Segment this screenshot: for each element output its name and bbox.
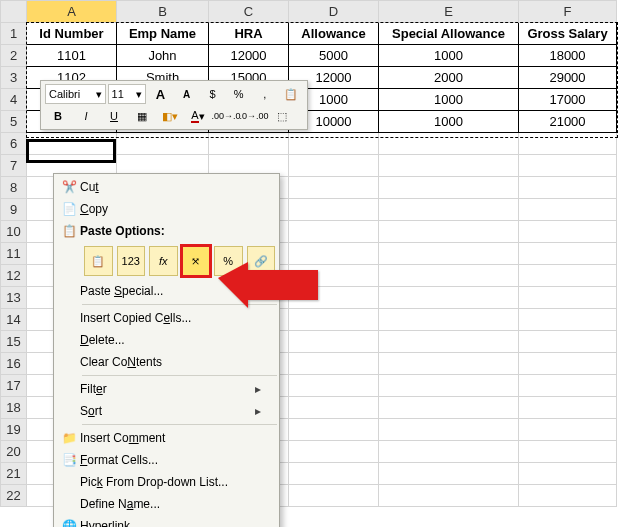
comment-icon: 📁	[58, 431, 80, 445]
row-header-11[interactable]: 11	[1, 243, 27, 265]
grow-font-button[interactable]: A	[148, 85, 172, 103]
cell-B1[interactable]: Emp Name	[117, 23, 209, 45]
row-header-17[interactable]: 17	[1, 375, 27, 397]
cell-D2[interactable]: 5000	[289, 45, 379, 67]
context-menu: ✂️ Cut 📄 Copy 📋 Paste Options: 📋 123 fx …	[53, 173, 280, 527]
row-header-4[interactable]: 4	[1, 89, 27, 111]
col-header-C[interactable]: C	[209, 1, 289, 23]
insert-copied-label: Insert Copied Cells...	[80, 311, 261, 325]
cell-E4[interactable]: 1000	[379, 89, 519, 111]
row-header-5[interactable]: 5	[1, 111, 27, 133]
size-select[interactable]: 11 ▾	[108, 84, 147, 104]
paste-link-button[interactable]: 🔗	[247, 246, 276, 276]
row-header-10[interactable]: 10	[1, 221, 27, 243]
percent-button[interactable]: %	[227, 85, 251, 103]
row-header-14[interactable]: 14	[1, 309, 27, 331]
define-label: Define Name...	[80, 497, 261, 511]
cell-C1[interactable]: HRA	[209, 23, 289, 45]
col-header-D[interactable]: D	[289, 1, 379, 23]
cell-A1[interactable]: Id Number	[27, 23, 117, 45]
cell-F5[interactable]: 21000	[519, 111, 617, 133]
menu-clear[interactable]: Clear CoNtents	[54, 351, 279, 373]
menu-delete[interactable]: Delete...	[54, 329, 279, 351]
row-header-18[interactable]: 18	[1, 397, 27, 419]
globe-icon: 🌐	[58, 519, 80, 527]
cell-C2[interactable]: 12000	[209, 45, 289, 67]
row-header-2[interactable]: 2	[1, 45, 27, 67]
fill-color-button[interactable]: ◧▾	[157, 107, 183, 125]
clipboard-icon: 📋	[58, 224, 80, 238]
filter-label: Filter	[80, 382, 255, 396]
cell-E1[interactable]: Special Allowance	[379, 23, 519, 45]
comment-label: Insert Comment	[80, 431, 261, 445]
paste-formatting-button[interactable]: %	[214, 246, 243, 276]
menu-sort[interactable]: Sort ▸	[54, 400, 279, 422]
paste-values-button[interactable]: 123	[117, 246, 146, 276]
underline-button[interactable]: U	[101, 107, 127, 125]
cell-F1[interactable]: Gross Salary	[519, 23, 617, 45]
border-button[interactable]: ▦	[129, 107, 155, 125]
row-header-21[interactable]: 21	[1, 463, 27, 485]
menu-paste-special[interactable]: Paste Special...	[54, 280, 279, 302]
menu-insert-comment[interactable]: 📁 Insert Comment	[54, 427, 279, 449]
paste-transpose-button[interactable]: ⤧	[182, 246, 211, 276]
cell-E3[interactable]: 2000	[379, 67, 519, 89]
col-header-E[interactable]: E	[379, 1, 519, 23]
cell-F3[interactable]: 29000	[519, 67, 617, 89]
decrease-decimal-button[interactable]: .0→.00	[241, 107, 267, 125]
cell-F2[interactable]: 18000	[519, 45, 617, 67]
row-header-1[interactable]: 1	[1, 23, 27, 45]
currency-button[interactable]: $	[201, 85, 225, 103]
copy-icon: 📄	[58, 202, 80, 216]
col-header-F[interactable]: F	[519, 1, 617, 23]
row-header-20[interactable]: 20	[1, 441, 27, 463]
row-header-8[interactable]: 8	[1, 177, 27, 199]
row-header-7[interactable]: 7	[1, 155, 27, 177]
format-painter-icon[interactable]: 📋	[279, 85, 303, 103]
menu-define-name[interactable]: Define Name...	[54, 493, 279, 515]
increase-decimal-button[interactable]: .00→.0	[213, 107, 239, 125]
submenu-arrow-icon: ▸	[255, 382, 261, 396]
bold-button[interactable]: B	[45, 107, 71, 125]
comma-button[interactable]: ,	[253, 85, 277, 103]
delete-label: Delete...	[80, 333, 261, 347]
menu-cut[interactable]: ✂️ Cut	[54, 176, 279, 198]
paste-formulas-button[interactable]: fx	[149, 246, 178, 276]
cell-E5[interactable]: 1000	[379, 111, 519, 133]
menu-filter[interactable]: Filter ▸	[54, 378, 279, 400]
row-header-12[interactable]: 12	[1, 265, 27, 287]
shrink-font-button[interactable]: A	[174, 85, 198, 103]
row-header-19[interactable]: 19	[1, 419, 27, 441]
menu-insert-copied[interactable]: Insert Copied Cells...	[54, 307, 279, 329]
menu-cut-label: Cut	[80, 180, 261, 194]
menu-hyperlink[interactable]: 🌐 Hyperlink...	[54, 515, 279, 527]
cell-D1[interactable]: Allowance	[289, 23, 379, 45]
col-header-A[interactable]: A	[27, 1, 117, 23]
mini-toolbar: Calibri ▾ 11 ▾ A A $ % , 📋 B I U ▦ ◧▾ A▾…	[40, 80, 308, 130]
cell-B2[interactable]: John	[117, 45, 209, 67]
menu-format-cells[interactable]: 📑 Format Cells...	[54, 449, 279, 471]
cell-F4[interactable]: 17000	[519, 89, 617, 111]
row-header-15[interactable]: 15	[1, 331, 27, 353]
italic-button[interactable]: I	[73, 107, 99, 125]
cell-A2[interactable]: 1101	[27, 45, 117, 67]
row-header-22[interactable]: 22	[1, 485, 27, 507]
paste-options-label: Paste Options:	[80, 224, 261, 238]
clear-label: Clear CoNtents	[80, 355, 261, 369]
row-header-16[interactable]: 16	[1, 353, 27, 375]
row-header-9[interactable]: 9	[1, 199, 27, 221]
menu-pick-list[interactable]: Pick From Drop-down List...	[54, 471, 279, 493]
font-color-button[interactable]: A▾	[185, 107, 211, 125]
format-label: Format Cells...	[80, 453, 261, 467]
row-header-6[interactable]: 6	[1, 133, 27, 155]
menu-copy[interactable]: 📄 Copy	[54, 198, 279, 220]
scissors-icon: ✂️	[58, 180, 80, 194]
font-select[interactable]: Calibri ▾	[45, 84, 106, 104]
col-header-B[interactable]: B	[117, 1, 209, 23]
paste-all-button[interactable]: 📋	[84, 246, 113, 276]
row-header-13[interactable]: 13	[1, 287, 27, 309]
select-all-corner[interactable]	[1, 1, 27, 23]
row-header-3[interactable]: 3	[1, 67, 27, 89]
merge-button[interactable]: ⬚	[269, 107, 295, 125]
cell-E2[interactable]: 1000	[379, 45, 519, 67]
